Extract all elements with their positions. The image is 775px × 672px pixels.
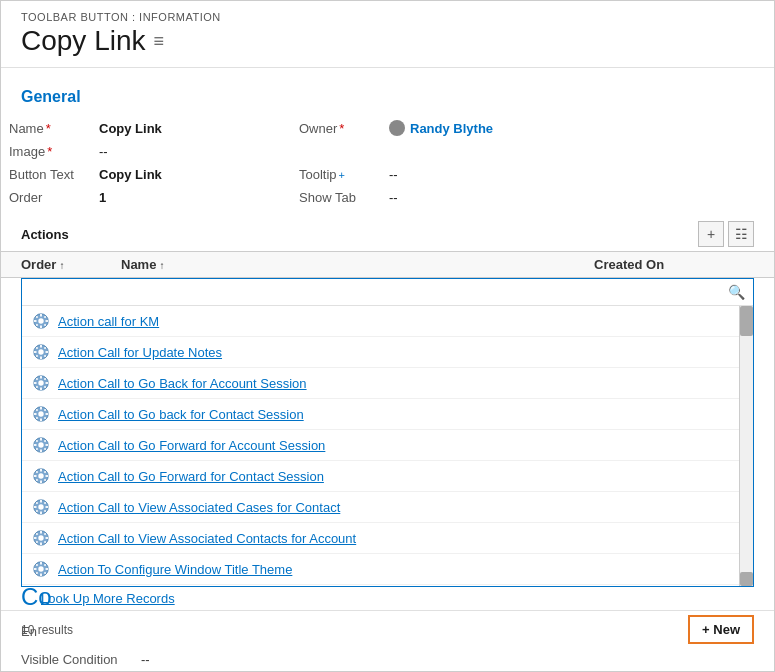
svg-rect-23 xyxy=(40,388,42,391)
svg-rect-33 xyxy=(40,419,42,422)
lookup-footer: Look Up More Records xyxy=(1,587,774,610)
svg-rect-63 xyxy=(40,512,42,515)
owner-avatar xyxy=(389,120,405,136)
button-text-label: Button Text xyxy=(1,163,91,186)
action-icon xyxy=(32,529,50,547)
lookup-item-label: Action Call to Go back for Contact Sessi… xyxy=(58,407,304,422)
svg-rect-25 xyxy=(46,382,49,384)
svg-rect-75 xyxy=(46,537,49,539)
lookup-item[interactable]: Action Call to Go Back for Account Sessi… xyxy=(22,368,753,399)
svg-point-61 xyxy=(38,504,43,509)
lookup-input[interactable] xyxy=(22,280,720,305)
visible-condition-label: Visible Condition xyxy=(21,652,141,667)
action-icon xyxy=(32,405,50,423)
lookup-container: 🔍 Action call for KM xyxy=(21,278,754,587)
partial-section-title: Co xyxy=(1,583,72,611)
section-general: General xyxy=(1,78,774,116)
action-icon xyxy=(32,467,50,485)
svg-rect-45 xyxy=(46,444,49,446)
col-created-header[interactable]: Created On xyxy=(594,257,754,272)
svg-rect-15 xyxy=(46,351,49,353)
svg-rect-14 xyxy=(34,351,37,353)
svg-rect-65 xyxy=(46,506,49,508)
svg-rect-82 xyxy=(40,562,42,565)
actions-table-header: Order↑ Name↑ Created On xyxy=(1,251,774,278)
svg-rect-72 xyxy=(40,531,42,534)
svg-rect-34 xyxy=(34,413,37,415)
lookup-item[interactable]: Action Call for Update Notes xyxy=(22,337,753,368)
new-button[interactable]: + New xyxy=(688,615,754,644)
svg-rect-64 xyxy=(34,506,37,508)
lookup-item-label: Action Call to Go Forward for Contact Se… xyxy=(58,469,324,484)
lookup-item-label: Action Call to View Associated Contacts … xyxy=(58,531,356,546)
owner-value[interactable]: Randy Blythe xyxy=(381,116,774,140)
name-value: Copy Link xyxy=(91,116,291,140)
svg-rect-35 xyxy=(46,413,49,415)
svg-point-41 xyxy=(38,442,43,447)
svg-rect-3 xyxy=(40,326,42,329)
add-action-button[interactable]: + xyxy=(698,221,724,247)
scrollbar[interactable] xyxy=(739,306,753,586)
grid-view-button[interactable]: ☷ xyxy=(728,221,754,247)
svg-rect-22 xyxy=(40,376,42,379)
sub-label: En xyxy=(21,624,141,639)
lookup-items: Action call for KM Action Call for Updat… xyxy=(22,306,753,586)
svg-rect-54 xyxy=(34,475,37,477)
general-form: Name* Copy Link Owner* Randy Blythe Imag… xyxy=(1,116,774,209)
svg-rect-43 xyxy=(40,450,42,453)
svg-point-51 xyxy=(38,473,43,478)
name-label: Name* xyxy=(1,116,91,140)
svg-point-31 xyxy=(38,411,43,416)
svg-point-1 xyxy=(38,318,43,323)
svg-rect-55 xyxy=(46,475,49,477)
scrollbar-thumb-top xyxy=(740,306,753,336)
lookup-item[interactable]: Action Call to Go Forward for Contact Se… xyxy=(22,461,753,492)
lookup-item[interactable]: Action Call to Go back for Contact Sessi… xyxy=(22,399,753,430)
svg-rect-24 xyxy=(34,382,37,384)
svg-rect-4 xyxy=(34,320,37,322)
page-title: Copy Link ≡ xyxy=(1,25,774,67)
svg-rect-84 xyxy=(34,568,37,570)
image-value: -- xyxy=(91,140,291,163)
action-icon xyxy=(32,498,50,516)
lookup-item[interactable]: Action call for KM xyxy=(22,306,753,337)
show-tab-label: Show Tab xyxy=(291,186,381,209)
svg-point-81 xyxy=(38,566,43,571)
lookup-item[interactable]: Blank Email Template xyxy=(22,585,753,586)
lookup-item-label: Action Call to Go Forward for Account Se… xyxy=(58,438,325,453)
search-icon[interactable]: 🔍 xyxy=(720,279,753,305)
lookup-item-label: Action Call to View Associated Cases for… xyxy=(58,500,340,515)
page-title-text: Copy Link xyxy=(21,25,146,57)
actions-label: Actions xyxy=(21,227,69,242)
tooltip-label: Tooltip+ xyxy=(291,163,381,186)
svg-rect-52 xyxy=(40,469,42,472)
lookup-item-label: Action call for KM xyxy=(58,314,159,329)
svg-rect-83 xyxy=(40,574,42,577)
divider xyxy=(1,67,774,68)
svg-point-71 xyxy=(38,535,43,540)
scrollbar-thumb-bottom xyxy=(740,572,753,586)
owner-label: Owner* xyxy=(291,116,381,140)
action-icon xyxy=(32,343,50,361)
lookup-item[interactable]: Action To Configure Window Title Theme xyxy=(22,554,753,585)
svg-rect-74 xyxy=(34,537,37,539)
sub-label-row: En xyxy=(1,622,161,641)
lookup-item-label: Action Call to Go Back for Account Sessi… xyxy=(58,376,307,391)
svg-rect-62 xyxy=(40,500,42,503)
lookup-item[interactable]: Action Call to View Associated Cases for… xyxy=(22,492,753,523)
svg-rect-73 xyxy=(40,543,42,546)
action-icon xyxy=(32,560,50,578)
svg-rect-32 xyxy=(40,407,42,410)
show-tab-value: -- xyxy=(381,186,774,209)
svg-rect-44 xyxy=(34,444,37,446)
lookup-item[interactable]: Action Call to View Associated Contacts … xyxy=(22,523,753,554)
order-value: 1 xyxy=(91,186,291,209)
col-order-header[interactable]: Order↑ xyxy=(21,257,121,272)
lookup-input-row: 🔍 xyxy=(22,279,753,306)
menu-icon[interactable]: ≡ xyxy=(154,31,165,52)
action-icon xyxy=(32,436,50,454)
svg-rect-13 xyxy=(40,357,42,360)
svg-rect-42 xyxy=(40,438,42,441)
lookup-item[interactable]: Action Call to Go Forward for Account Se… xyxy=(22,430,753,461)
col-name-header[interactable]: Name↑ xyxy=(121,257,594,272)
